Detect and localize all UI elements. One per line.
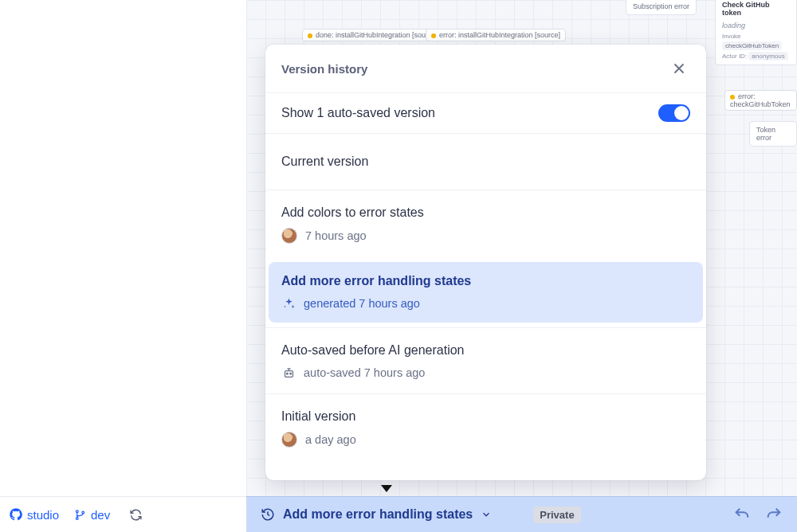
version-history-modal: Version history Show 1 auto-saved versio… — [265, 45, 706, 480]
svg-point-1 — [286, 373, 288, 374]
autosave-toggle-row: Show 1 auto-saved version — [265, 92, 706, 133]
avatar-icon — [281, 432, 297, 448]
breadcrumb-branch[interactable]: dev — [73, 508, 110, 522]
autosave-toggle[interactable] — [658, 104, 690, 122]
autosave-toggle-label: Show 1 auto-saved version — [281, 106, 435, 120]
modal-title: Version history — [281, 62, 367, 76]
version-timestamp: a day ago — [305, 433, 356, 446]
breadcrumb-bar: studio dev — [0, 496, 246, 532]
version-item[interactable]: Add colors to error states 7 hours ago — [265, 190, 706, 257]
undo-icon — [733, 506, 751, 523]
redo-icon — [765, 506, 783, 523]
version-timestamp: 7 hours ago — [305, 229, 367, 242]
robot-icon — [281, 366, 296, 380]
sparkle-icon — [281, 296, 296, 311]
visibility-badge: Private — [533, 507, 580, 523]
sync-icon — [129, 508, 143, 522]
github-icon — [10, 508, 22, 521]
avatar-icon — [281, 228, 297, 244]
breadcrumb-studio[interactable]: studio — [10, 508, 59, 522]
version-timestamp: auto-saved 7 hours ago — [304, 366, 425, 379]
close-icon — [673, 63, 685, 74]
version-item[interactable]: Initial version a day ago — [265, 393, 706, 461]
svg-point-2 — [289, 373, 291, 374]
version-item-selected[interactable]: Add more error handling states generated… — [269, 262, 703, 323]
version-item-current[interactable]: Current version — [265, 133, 706, 190]
diagram-node[interactable]: Check GitHub token loading Invoke checkG… — [715, 0, 797, 65]
close-button[interactable] — [668, 57, 690, 80]
version-timestamp: generated 7 hours ago — [304, 297, 420, 310]
svg-point-3 — [76, 510, 78, 512]
diagram-node[interactable]: Subscription error — [626, 0, 697, 15]
chevron-down-icon — [481, 509, 492, 520]
sync-button[interactable] — [129, 508, 143, 522]
diagram-edge-label: done: installGitHubIntegration [source] — [302, 29, 443, 41]
status-bar: Add more error handling states Private — [246, 496, 797, 532]
svg-point-5 — [81, 511, 84, 514]
diagram-edge-label: error: installGitHubIntegration [source] — [426, 29, 566, 41]
current-version-dropdown[interactable]: Add more error handling states — [261, 507, 492, 522]
version-item[interactable]: Auto-saved before AI generation auto-sav… — [265, 327, 706, 393]
diagram-edge-label: error: checkGitHubToken — [724, 90, 797, 111]
history-icon — [261, 507, 275, 522]
svg-point-4 — [76, 517, 78, 519]
undo-button[interactable] — [733, 506, 751, 523]
diagram-node[interactable]: Token error — [749, 121, 797, 147]
redo-button[interactable] — [765, 506, 783, 523]
branch-icon — [73, 508, 86, 521]
dropdown-pointer-icon — [381, 485, 392, 492]
